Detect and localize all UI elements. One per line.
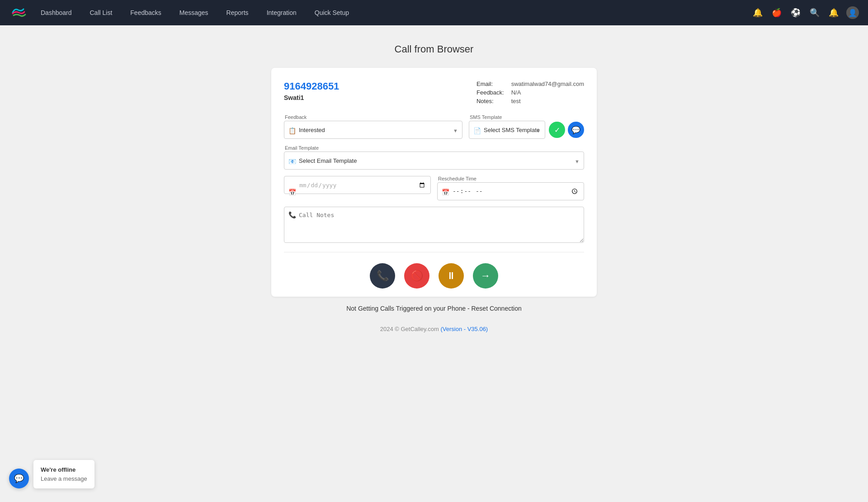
navbar-messages[interactable]: Messages: [170, 0, 217, 25]
navbar-icons: 🔔 🍎 ⚽ 🔍 🔔 👤: [751, 6, 859, 19]
page-footer: 2024 © GetCalley.com (Version - V35.06): [380, 326, 488, 332]
reschedule-time-input[interactable]: [437, 182, 584, 200]
form-row-1: Feedback 📋 Interested Not Interested Cal…: [284, 114, 584, 139]
action-bar: 📞 🚫 ⏸ →: [271, 252, 597, 297]
sms-field-label: SMS Template: [469, 114, 545, 120]
email-label: Email:: [476, 81, 504, 87]
reset-link[interactable]: Not Getting Calls Triggered on your Phon…: [346, 305, 522, 312]
navbar: Dashboard Call List Feedbacks Messages R…: [0, 0, 868, 25]
app-logo[interactable]: [9, 4, 27, 22]
feedback-select[interactable]: Interested Not Interested Callback Follo…: [284, 121, 462, 139]
contact-name: Swati1: [284, 94, 339, 101]
android-icon[interactable]: 🔔: [751, 6, 764, 19]
contact-phone: 9164928651: [284, 81, 339, 92]
sms-template-select[interactable]: Select SMS Template: [469, 121, 545, 139]
form-row-3: 📅 Reschedule Time 📅: [284, 176, 584, 200]
reschedule-date-group: 📅: [284, 176, 431, 200]
notification-icon[interactable]: 🔔: [827, 6, 840, 19]
contact-info: 9164928651 Swati1 Email: swatimalwad74@g…: [284, 81, 584, 104]
chat-bubble-button[interactable]: 💬: [9, 469, 29, 488]
notes-label: Notes:: [476, 98, 504, 104]
sms-group: SMS Template 📄 Select SMS Template ▼: [469, 114, 545, 139]
message-button[interactable]: 💬: [568, 122, 584, 138]
navbar-quick-setup[interactable]: Quick Setup: [306, 0, 358, 25]
navbar-integration[interactable]: Integration: [258, 0, 306, 25]
sms-action-buttons: ✓ 💬: [549, 122, 584, 139]
help-icon[interactable]: ⚽: [789, 6, 802, 19]
navbar-feedbacks[interactable]: Feedbacks: [121, 0, 170, 25]
reschedule-date-input[interactable]: [284, 176, 431, 194]
chat-popup: We're offline Leave a message: [33, 460, 94, 488]
navbar-call-list[interactable]: Call List: [81, 0, 122, 25]
form-row-4: 📞: [284, 207, 584, 243]
call-notes-textarea[interactable]: [284, 207, 584, 243]
user-avatar[interactable]: 👤: [846, 6, 859, 19]
apple-icon[interactable]: 🍎: [770, 6, 783, 19]
main-content: Call from Browser 9164928651 Swati1 Emai…: [0, 25, 868, 360]
end-call-button[interactable]: 🚫: [404, 263, 429, 289]
chat-offline-text: We're offline: [41, 465, 87, 474]
email-template-group: Email Template 📧 Select Email Template ▼: [284, 145, 584, 170]
feedback-group: Feedback 📋 Interested Not Interested Cal…: [284, 114, 462, 139]
hold-button[interactable]: ⏸: [439, 263, 464, 289]
call-form: Feedback 📋 Interested Not Interested Cal…: [284, 114, 584, 243]
page-title: Call from Browser: [395, 43, 474, 55]
navbar-links: Dashboard Call List Feedbacks Messages R…: [32, 0, 751, 25]
call-button[interactable]: 📞: [370, 263, 395, 289]
contact-right: Email: swatimalwad74@gmail.com Feedback:…: [476, 81, 584, 104]
chat-leave-text[interactable]: Leave a message: [41, 474, 87, 483]
feedback-value: N/A: [511, 89, 584, 96]
reschedule-time-group: Reschedule Time 📅: [437, 176, 584, 200]
chat-widget: 💬 We're offline Leave a message: [9, 460, 94, 488]
call-card: 9164928651 Swati1 Email: swatimalwad74@g…: [271, 68, 597, 297]
feedback-field-label: Feedback: [284, 114, 462, 120]
email-template-select[interactable]: Select Email Template: [284, 152, 584, 170]
email-template-label: Email Template: [284, 145, 584, 151]
search-icon[interactable]: 🔍: [808, 6, 821, 19]
reschedule-time-label: Reschedule Time: [437, 176, 584, 181]
feedback-label: Feedback:: [476, 89, 504, 96]
version-link[interactable]: (Version - V35.06): [440, 326, 488, 332]
email-value: swatimalwad74@gmail.com: [511, 81, 584, 87]
form-row-2: Email Template 📧 Select Email Template ▼: [284, 145, 584, 170]
navbar-reports[interactable]: Reports: [217, 0, 258, 25]
card-body: 9164928651 Swati1 Email: swatimalwad74@g…: [271, 68, 597, 252]
notes-value: test: [511, 98, 584, 104]
call-notes-group: 📞: [284, 207, 584, 243]
transfer-button[interactable]: →: [473, 263, 498, 289]
sms-row: SMS Template 📄 Select SMS Template ▼ ✓ 💬: [469, 114, 584, 139]
navbar-dashboard[interactable]: Dashboard: [32, 0, 81, 25]
footer-text: 2024 © GetCalley.com: [380, 326, 439, 332]
whatsapp-button[interactable]: ✓: [549, 122, 565, 138]
contact-left: 9164928651 Swati1: [284, 81, 339, 101]
